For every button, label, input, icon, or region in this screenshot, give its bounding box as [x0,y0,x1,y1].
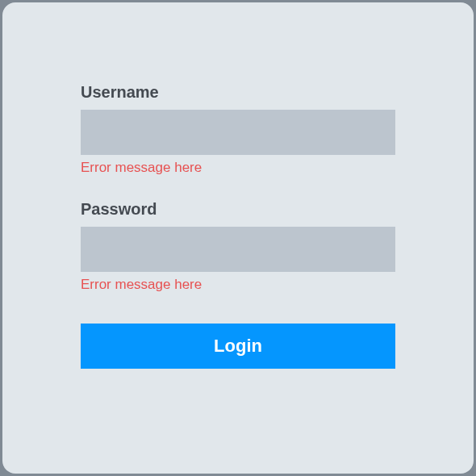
username-group: Username Error message here [81,83,395,176]
password-label: Password [81,200,395,219]
login-button[interactable]: Login [81,324,395,369]
password-error: Error message here [81,277,395,293]
login-panel: Username Error message here Password Err… [2,2,474,474]
username-label: Username [81,83,395,102]
password-input[interactable] [81,227,395,272]
username-input[interactable] [81,110,395,155]
username-error: Error message here [81,160,395,176]
password-group: Password Error message here [81,200,395,293]
form-actions: Login [81,324,395,369]
